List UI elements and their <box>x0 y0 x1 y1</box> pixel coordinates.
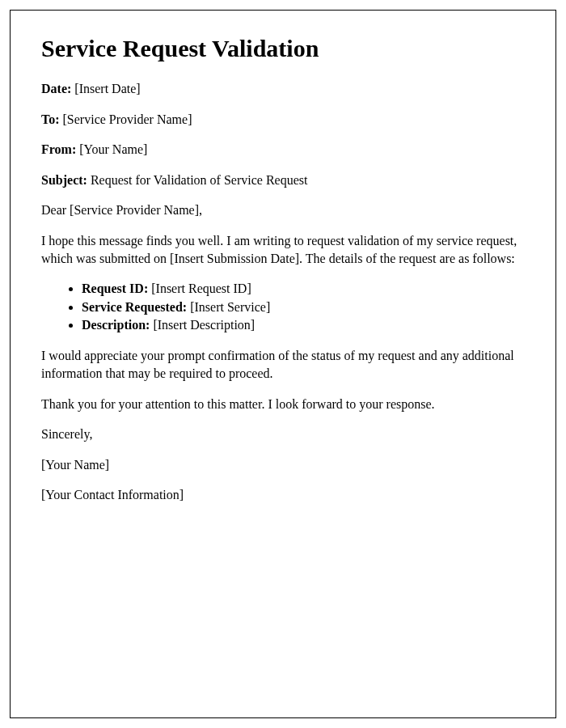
date-value: [Insert Date] <box>71 82 140 95</box>
subject-label: Subject: <box>41 173 87 187</box>
service-requested-label: Service Requested: <box>82 300 187 314</box>
salutation: Dear [Service Provider Name], <box>41 201 525 219</box>
signature-name: [Your Name] <box>41 456 525 474</box>
closing: Sincerely, <box>41 425 525 443</box>
document-frame: Service Request Validation Date: [Insert… <box>10 10 556 718</box>
description-label: Description: <box>82 318 150 332</box>
from-value: [Your Name] <box>76 142 147 156</box>
intro-paragraph: I hope this message finds you well. I am… <box>41 232 525 267</box>
date-label: Date: <box>41 82 71 95</box>
thanks-paragraph: Thank you for your attention to this mat… <box>41 396 525 413</box>
service-requested-value: [Insert Service] <box>187 300 270 314</box>
request-id-value: [Insert Request ID] <box>148 281 251 295</box>
subject-line: Subject: Request for Validation of Servi… <box>41 171 525 189</box>
request-id-label: Request ID: <box>82 281 148 295</box>
list-item: Service Requested: [Insert Service] <box>82 298 525 316</box>
from-label: From: <box>41 142 76 156</box>
from-line: From: [Your Name] <box>41 141 525 159</box>
subject-value: Request for Validation of Service Reques… <box>87 173 308 187</box>
to-value: [Service Provider Name] <box>60 112 192 126</box>
to-label: To: <box>41 112 60 126</box>
list-item: Description: [Insert Description] <box>82 316 525 334</box>
followup-paragraph: I would appreciate your prompt confirmat… <box>41 347 525 382</box>
description-value: [Insert Description] <box>150 318 255 332</box>
list-item: Request ID: [Insert Request ID] <box>82 280 525 298</box>
signature-contact: [Your Contact Information] <box>41 486 525 504</box>
page-title: Service Request Validation <box>41 35 525 62</box>
request-details-list: Request ID: [Insert Request ID] Service … <box>82 280 525 334</box>
date-line: Date: [Insert Date] <box>41 80 525 98</box>
to-line: To: [Service Provider Name] <box>41 111 525 129</box>
